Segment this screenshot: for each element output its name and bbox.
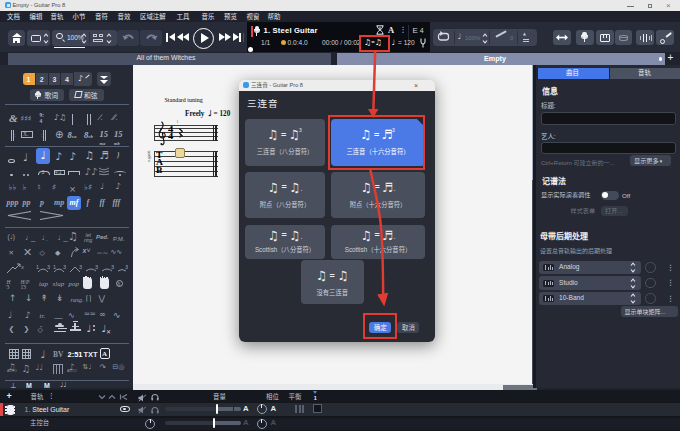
svg-text:3: 3 (63, 263, 66, 271)
svg-text:3: 3 (47, 263, 50, 271)
svg-text:1: 1 (36, 263, 39, 271)
svg-text:3: 3 (111, 263, 114, 271)
svg-text:3.: 3. (125, 263, 128, 271)
svg-text:1: 1 (53, 263, 56, 271)
svg-text:3: 3 (79, 263, 82, 271)
svg-text:x: x (20, 263, 25, 271)
svg-text:3: 3 (95, 263, 98, 271)
